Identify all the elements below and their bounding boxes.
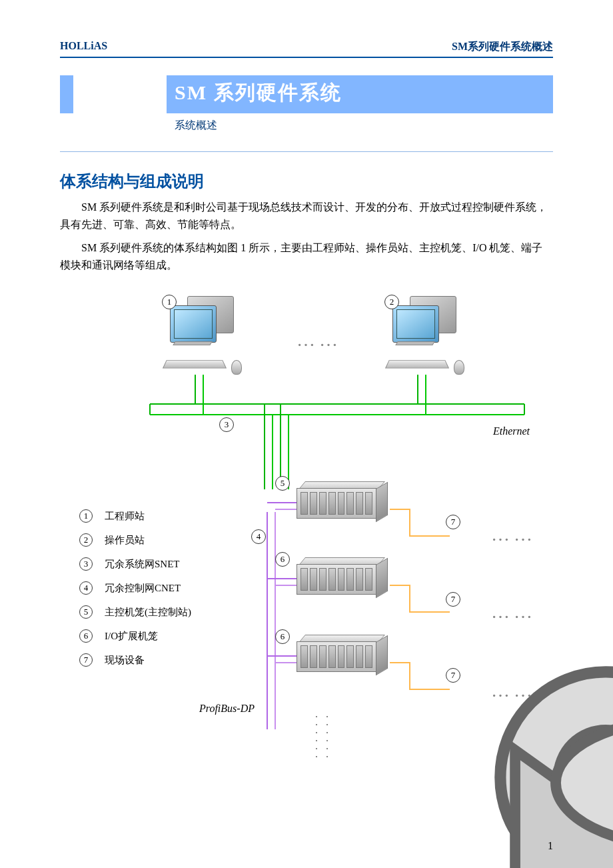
badge-6b: 6	[275, 629, 290, 644]
profibus-label: ProfiBus-DP	[199, 703, 255, 715]
operator-station-icon: 2	[384, 295, 471, 375]
legend-label: I/O扩展机笼	[105, 630, 158, 643]
ellipsis-d2: ……	[491, 601, 536, 623]
architecture-diagram: 1 2 …… 3 Ethernet 5 4 6	[60, 289, 553, 796]
legend-row: 5主控机笼(主控制站)	[79, 605, 191, 619]
legend-label: 工程师站	[105, 510, 145, 523]
legend-num: 6	[79, 629, 93, 643]
header-left: HOLLiAS	[60, 40, 107, 54]
ellipsis-d3: ……	[491, 680, 536, 701]
document-title: SM 系列硬件系统	[175, 79, 545, 107]
title-main-bar: SM 系列硬件系统	[167, 75, 553, 113]
legend-num: 5	[79, 605, 93, 619]
legend-row: 7现场设备	[79, 653, 191, 667]
paragraph-2: SM 系列硬件系统的体系结构如图 1 所示，主要由工程师站、操作员站、主控机笼、…	[60, 239, 553, 273]
ellipsis-d1: ……	[491, 524, 536, 545]
ethernet-label: Ethernet	[493, 425, 530, 437]
title-accent-bar	[60, 75, 73, 113]
io-rack-1-icon: 6	[297, 557, 396, 601]
legend-num: 1	[79, 509, 93, 523]
legend-num: 4	[79, 581, 93, 595]
ellipsis-top: ……	[297, 329, 342, 351]
divider	[60, 151, 553, 152]
legend-row: 1工程师站	[79, 509, 191, 523]
legend-label: 冗余控制网CNET	[105, 582, 181, 595]
page-header: HOLLiAS SM系列硬件系统概述	[60, 40, 553, 58]
legend-num: 7	[79, 653, 93, 667]
legend-row: 3冗余系统网SNET	[79, 557, 191, 571]
legend-row: 6I/O扩展机笼	[79, 629, 191, 643]
document-page: HOLLiAS SM系列硬件系统概述 SM 系列硬件系统 系统概述 体系结构与组…	[0, 0, 613, 868]
legend-row: 4冗余控制网CNET	[79, 581, 191, 595]
legend-num: 2	[79, 533, 93, 547]
legend-row: 2操作员站	[79, 533, 191, 547]
legend-label: 操作员站	[105, 534, 145, 547]
legend-num: 3	[79, 557, 93, 571]
badge-3: 3	[219, 417, 234, 432]
io-rack-2-icon: 6	[297, 635, 396, 679]
main-control-rack-icon: 5	[297, 481, 396, 525]
legend-label: 冗余系统网SNET	[105, 558, 180, 571]
subtitle-spacer	[60, 115, 167, 135]
badge-4: 4	[251, 529, 266, 544]
field-device-actuator-icon: 7	[452, 677, 613, 868]
subtitle-row: 系统概述	[60, 115, 553, 135]
paragraph-1: SM 系列硬件系统是和利时公司基于现场总线技术而设计、开发的分布、开放式过程控制…	[60, 199, 553, 233]
badge-5: 5	[275, 476, 290, 491]
title-block: SM 系列硬件系统	[60, 75, 553, 113]
engineer-station-icon: 1	[162, 295, 249, 375]
section-heading: 体系结构与组成说明	[60, 171, 553, 192]
svg-point-31	[556, 720, 613, 847]
legend-label: 主控机笼(主控制站)	[105, 606, 191, 619]
page-number: 1	[548, 840, 553, 852]
document-subtitle: 系统概述	[167, 115, 217, 135]
badge-6a: 6	[275, 552, 290, 567]
legend-label: 现场设备	[105, 654, 145, 667]
header-right: SM系列硬件系统概述	[452, 40, 553, 54]
diagram-legend: 1工程师站 2操作员站 3冗余系统网SNET 4冗余控制网CNET 5主控机笼(…	[79, 509, 191, 677]
